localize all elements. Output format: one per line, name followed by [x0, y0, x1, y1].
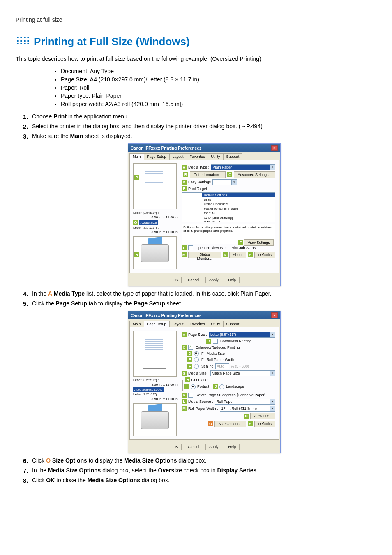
list-item[interactable]: CAD [Line Drawing] [202, 215, 275, 220]
tab-support[interactable]: Support [223, 153, 243, 160]
tab-utility[interactable]: Utility [208, 321, 224, 327]
fit-roll-label: Fit Roll Paper Width [201, 358, 234, 362]
tab-layout[interactable]: Layout [169, 321, 187, 327]
about-button[interactable]: About [229, 252, 247, 258]
ok-button[interactable]: OK [169, 444, 182, 450]
close-icon[interactable]: × [271, 145, 278, 151]
badge-d: D [182, 180, 187, 185]
tab-page-setup[interactable]: Page Setup [144, 153, 170, 160]
orientation-legend: Orientation [191, 378, 210, 382]
enlarged-checkbox[interactable] [188, 345, 193, 350]
size-label: Letter (8.5"x11") : [133, 211, 178, 215]
printer-preview: R [133, 236, 177, 269]
step-text: to display the [87, 457, 124, 464]
tab-support[interactable]: Support [223, 321, 243, 327]
landscape-radio[interactable] [219, 384, 224, 389]
badge-c: C [227, 172, 232, 177]
scaling-value[interactable]: Auto [215, 363, 229, 369]
help-button[interactable]: Help [225, 444, 240, 450]
step-bold: Media Type [54, 290, 85, 297]
media-source-label: Media Source : [188, 400, 213, 404]
defaults-button[interactable]: Defaults [254, 421, 275, 427]
close-icon[interactable]: × [271, 312, 278, 318]
badge-f: F [238, 240, 243, 245]
badge-c: C [182, 345, 187, 350]
list-item[interactable]: Office Document [202, 202, 275, 206]
bullet-item: Paper: Roll [61, 84, 376, 91]
list-item[interactable]: POP Ad [202, 211, 275, 215]
badge-g: G [182, 371, 187, 376]
status-monitor-button[interactable]: Status Monitor... [188, 252, 221, 258]
list-item[interactable]: Default Settings [202, 193, 275, 197]
easy-settings-select[interactable]: ▾ [212, 179, 237, 185]
step-bold: Print [53, 113, 67, 120]
portrait-radio[interactable] [191, 384, 196, 389]
step-text: sheet. [165, 300, 182, 307]
rotate-checkbox[interactable] [188, 393, 193, 398]
step-number: 2. [23, 123, 28, 130]
description-box: Suitable for printing normal documents t… [182, 224, 275, 244]
badge-m: M [182, 252, 187, 257]
tab-favorites[interactable]: Favorites [187, 321, 208, 327]
tab-utility[interactable]: Utility [208, 153, 224, 160]
badge-f: F [187, 364, 192, 369]
borderless-checkbox[interactable] [213, 339, 218, 344]
tab-main[interactable]: Main [129, 321, 144, 327]
auto-cut-button[interactable]: Auto Cut... [250, 413, 275, 419]
step-text: Choose [32, 113, 53, 120]
bullet-item: Roll paper width: A2/A3 roll (420.0 mm [… [61, 101, 376, 107]
scaling-range: % (5 - 600) [231, 364, 249, 368]
apply-button[interactable]: Apply [205, 277, 222, 283]
badge-l: L [182, 399, 187, 404]
advanced-settings-button[interactable]: Advanced Settings... [234, 171, 275, 178]
badge-d: D [187, 351, 192, 356]
tab-layout[interactable]: Layout [169, 153, 187, 160]
get-information-button[interactable]: Get Information... [190, 171, 226, 178]
step-text: tab to display the [87, 300, 134, 307]
print-target-list[interactable]: Default Settings Draft Office Document P… [182, 192, 275, 222]
size-label: 8.50 in. x 11.00 in. [133, 397, 178, 401]
page-size-select[interactable]: Letter(8.5"x11")▾ [209, 332, 275, 338]
tab-page-setup[interactable]: Page Setup [144, 321, 170, 327]
badge-n: N [244, 414, 249, 419]
tab-favorites[interactable]: Favorites [187, 153, 208, 160]
step-7: 7. In the Media Size Options dialog box,… [32, 467, 376, 474]
help-button[interactable]: Help [225, 277, 240, 283]
step-number: 6. [23, 457, 28, 464]
chevron-down-icon: ▾ [270, 406, 275, 411]
scaling-radio[interactable] [194, 364, 199, 369]
step-text: Click the [32, 300, 56, 307]
media-type-select[interactable]: Plain Paper▾ [211, 164, 275, 170]
badge-a: A [182, 332, 187, 337]
cancel-button[interactable]: Cancel [184, 277, 203, 283]
chevron-down-icon: ▾ [270, 165, 275, 170]
ok-button[interactable]: OK [169, 277, 182, 283]
tab-main[interactable]: Main [129, 153, 144, 160]
size-options-button[interactable]: Size Options... [214, 421, 246, 427]
preview-checkbox[interactable] [188, 245, 193, 250]
landscape-label: Landscape [226, 384, 244, 388]
view-settings-button[interactable]: View Settings [244, 239, 274, 246]
bullet-item: Paper type: Plain Paper [61, 92, 376, 99]
media-size-select[interactable]: Match Page Size▾ [210, 370, 275, 376]
step-text: list, select the type of paper that is l… [85, 290, 271, 297]
cancel-button[interactable]: Cancel [184, 444, 203, 450]
list-item[interactable]: Poster [Graphic,Image] [202, 206, 275, 211]
step-bold: Media Size Options [88, 477, 140, 483]
size-label: 8.50 in. x 11.00 in. [133, 383, 178, 386]
orientation-group: H Orientation I Portrait J Landscape [182, 377, 274, 391]
fit-media-radio[interactable] [194, 351, 199, 356]
roll-width-select[interactable]: 17-in. Roll (431.8mm)▾ [220, 406, 275, 412]
chevron-down-icon: ▾ [270, 332, 275, 337]
main-dialog: Canon iPFxxxx Printing Preferences × Mai… [128, 143, 281, 286]
apply-button[interactable]: Apply [205, 444, 222, 450]
list-item[interactable]: Draft [202, 197, 275, 202]
page-setup-dialog: Canon iPFxxxx Printing Preferences × Mai… [128, 311, 281, 453]
example-bullets: Document: Any Type Page Size: A4 (210.0×… [16, 68, 376, 107]
step-number: 4. [23, 290, 28, 297]
step-text: check box in [182, 467, 217, 474]
fit-roll-radio[interactable] [194, 357, 199, 362]
defaults-button[interactable]: Defaults [254, 252, 275, 258]
list-item[interactable]: CAD [Rast] [202, 220, 275, 222]
media-source-select[interactable]: Roll Paper▾ [215, 399, 275, 405]
